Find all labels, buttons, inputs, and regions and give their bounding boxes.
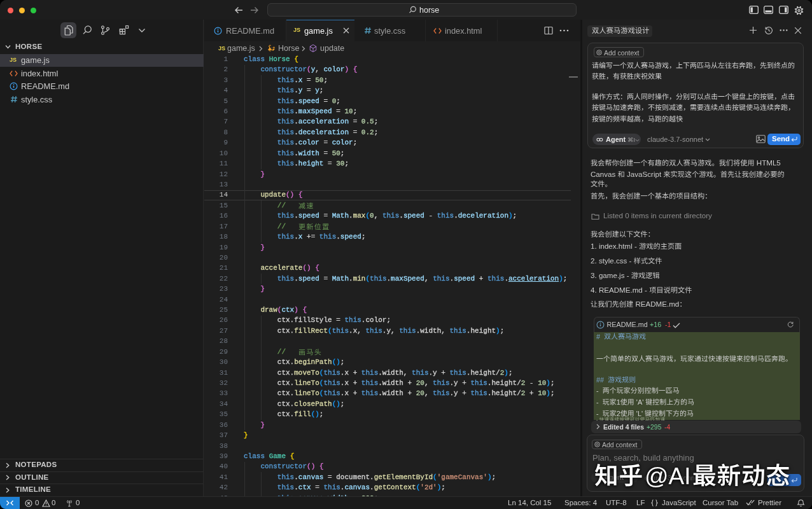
svg-text:1: 1: [616, 398, 620, 405]
svg-text:-: -: [596, 409, 603, 417]
svg-text:'L': 'L': [636, 409, 642, 417]
svg-text:directory: directory: [683, 211, 712, 220]
svg-text:Listed: Listed: [603, 211, 623, 220]
svg-text:HTML5: HTML5: [756, 158, 780, 167]
svg-text:@AI: @AI: [645, 463, 691, 489]
svg-text:##: ##: [596, 375, 608, 383]
svg-text:-: -: [596, 386, 603, 394]
svg-text:README.md: README.md: [598, 286, 642, 294]
svg-text:items: items: [631, 211, 649, 220]
svg-text:current: current: [659, 211, 682, 220]
svg-text:README.md: README.md: [635, 300, 679, 308]
svg-text:'A': 'A': [636, 398, 643, 405]
svg-text:2: 2: [616, 409, 620, 417]
svg-text:game.js: game.js: [598, 271, 624, 279]
svg-text:JavaScript: JavaScript: [627, 170, 662, 178]
svg-text:#: #: [596, 333, 604, 340]
svg-text:2.: 2.: [591, 256, 597, 265]
svg-text:index.html: index.html: [598, 242, 632, 250]
svg-text:-: -: [626, 271, 629, 279]
svg-text:4.: 4.: [591, 286, 597, 294]
svg-text:-: -: [634, 242, 637, 250]
svg-text:3.: 3.: [591, 271, 597, 279]
svg-text:-: -: [645, 286, 647, 294]
svg-text:-: -: [629, 256, 631, 265]
svg-text:Canvas: Canvas: [591, 170, 616, 178]
svg-text:-: -: [596, 398, 603, 405]
svg-text:in: in: [651, 211, 657, 220]
svg-text:style.css: style.css: [598, 256, 627, 265]
svg-text:1.: 1.: [591, 242, 597, 250]
svg-text:0: 0: [625, 211, 629, 220]
